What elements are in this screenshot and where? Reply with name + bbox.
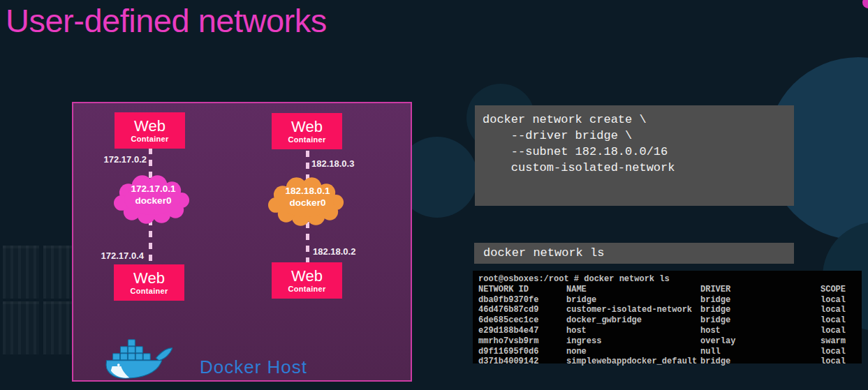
container-subtitle: Container (288, 285, 325, 294)
terminal-row: d371b4009142simplewebappdocker_defaultbr… (478, 357, 862, 367)
code-line: docker network create \ (483, 112, 794, 128)
container-title: Web (134, 118, 165, 135)
terminal-cell: bridge (700, 357, 821, 367)
terminal-cell: NETWORK ID (478, 285, 566, 295)
docker-host-label: Docker Host (200, 357, 307, 378)
terminal-cell: bridge (700, 305, 821, 315)
cloud-ip: 172.17.0.1 (112, 183, 195, 195)
terminal-cell: 46d476b87cd9 (478, 305, 566, 315)
container-title: Web (291, 268, 323, 285)
cloud-ip: 182.18.0.1 (266, 185, 349, 197)
terminal-cell: d9f11695f0d6 (478, 347, 566, 357)
ip-label: 172.17.0.2 (84, 154, 147, 165)
terminal-header-row: NETWORK IDNAMEDRIVERSCOPE (478, 285, 862, 295)
cloud-name: docker0 (112, 195, 195, 207)
terminal-row: 46d476b87cd9customer-isolated-networkbri… (478, 305, 862, 315)
terminal-cell: customer-isolated-network (566, 305, 700, 315)
terminal-cell: bridge (700, 315, 821, 326)
terminal-cell: local (821, 347, 862, 357)
terminal-cell: simplewebappdocker_default (566, 357, 700, 367)
code-line: --driver bridge \ (483, 128, 794, 144)
ip-label: 172.17.0.4 (80, 250, 144, 261)
cloud-label: 172.17.0.1 docker0 (112, 183, 195, 207)
web-container-box: Web Container (115, 112, 185, 149)
terminal-cell: d371b4009142 (478, 357, 566, 367)
container-title: Web (291, 119, 323, 135)
terminal-cell: dba0fb9370fe (478, 295, 566, 306)
code-block-network-ls: docker network ls (474, 243, 794, 264)
terminal-cell: bridge (700, 295, 821, 306)
terminal-output: root@osboxes:/root # docker network ls N… (473, 271, 862, 363)
slide: User-defined networks Web Container Web … (0, 0, 868, 390)
terminal-cell: DRIVER (700, 285, 821, 295)
terminal-prompt: root@osboxes:/root # docker network ls (478, 274, 862, 285)
code-line: docker network ls (474, 243, 794, 264)
terminal-cell: overlay (700, 336, 821, 347)
code-line: custom-isolated-network (483, 160, 794, 176)
cloud-name: docker0 (266, 197, 349, 209)
terminal-cell: null (700, 347, 821, 357)
terminal-cell: none (566, 347, 700, 357)
terminal-row: mmrho7vsb9rmingressoverlayswarm (478, 336, 862, 347)
terminal-cell: local (821, 357, 862, 367)
container-title: Web (133, 270, 165, 287)
terminal-row: e29d188b4e47hosthostlocal (478, 326, 862, 336)
web-container-box: Web Container (272, 113, 342, 149)
terminal-cell: bridge (566, 295, 700, 306)
crate-decoration (3, 301, 39, 354)
terminal-cell: swarm (821, 336, 862, 347)
crate-decoration (3, 246, 39, 299)
page-title: User-defined networks (6, 1, 327, 40)
terminal-row: 6de685cec1cedocker_gwbridgebridgelocal (478, 315, 862, 326)
corner-accent-dot (862, 0, 868, 8)
code-line: --subnet 182.18.0.0/16 (483, 144, 794, 160)
terminal-row: d9f11695f0d6nonenulllocal (478, 347, 862, 357)
web-container-box: Web Container (272, 262, 342, 299)
terminal-cell: local (821, 295, 862, 306)
terminal-cell: SCOPE (821, 285, 862, 295)
web-container-box: Web Container (114, 264, 184, 301)
docker-host-panel: Web Container Web Container Web Containe… (72, 102, 412, 382)
code-block-network-create: docker network create \ --driver bridge … (475, 105, 794, 206)
docker0-cloud-orange: 182.18.0.1 docker0 (266, 174, 349, 228)
container-subtitle: Container (130, 287, 168, 296)
terminal-cell: host (566, 326, 700, 336)
terminal-cell: NAME (566, 285, 700, 295)
terminal-cell: host (700, 326, 821, 336)
docker-whale-icon (103, 338, 172, 380)
container-subtitle: Container (131, 135, 168, 144)
terminal-cell: local (821, 326, 862, 336)
docker0-cloud-pink: 172.17.0.1 docker0 (112, 172, 195, 226)
terminal-table: NETWORK IDNAMEDRIVERSCOPEdba0fb9370febri… (478, 285, 862, 367)
terminal-cell: local (821, 315, 862, 326)
terminal-cell: mmrho7vsb9rm (478, 336, 566, 347)
terminal-cell: local (821, 305, 862, 315)
terminal-cell: ingress (566, 336, 700, 347)
ip-label: 182.18.0.2 (313, 246, 355, 257)
terminal-row: dba0fb9370febridgebridgelocal (478, 295, 862, 306)
ip-label: 182.18.0.3 (311, 158, 354, 169)
container-subtitle: Container (288, 135, 325, 144)
terminal-cell: docker_gwbridge (566, 315, 700, 326)
terminal-cell: e29d188b4e47 (478, 326, 566, 336)
cloud-label: 182.18.0.1 docker0 (266, 185, 349, 209)
terminal-cell: 6de685cec1ce (478, 315, 566, 326)
